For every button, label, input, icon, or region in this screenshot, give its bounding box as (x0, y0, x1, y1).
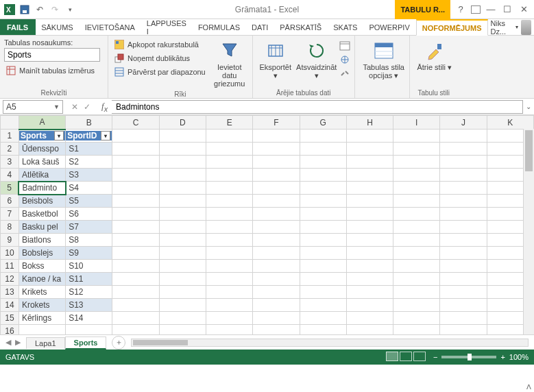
cell[interactable]: S7 (66, 221, 112, 234)
cell[interactable] (393, 325, 440, 335)
cell[interactable]: S4 (66, 182, 112, 195)
cell[interactable]: S9 (66, 247, 112, 260)
zoom-out-icon[interactable]: − (433, 353, 437, 361)
cell[interactable] (253, 169, 300, 182)
cell[interactable] (346, 156, 393, 169)
sheet-nav-prev-icon[interactable]: ◀ (5, 338, 11, 347)
new-sheet-button[interactable]: ＋ (112, 336, 125, 350)
cell[interactable]: Bokss (19, 260, 65, 273)
cell[interactable] (346, 260, 393, 273)
help-icon[interactable]: ? (454, 3, 467, 16)
filter-icon[interactable]: ▾ (101, 131, 110, 140)
collapse-ribbon-icon[interactable]: ᐱ (526, 383, 531, 391)
cell[interactable] (346, 247, 393, 260)
cell[interactable]: Bobslejs (19, 247, 65, 260)
sheet-tab-sports[interactable]: Sports (65, 336, 107, 350)
col-header-J[interactable]: J (440, 116, 487, 130)
cell[interactable] (112, 312, 159, 325)
cell[interactable]: S3 (66, 169, 112, 182)
maximize-icon[interactable]: ☐ (501, 3, 513, 16)
expand-formula-icon[interactable]: ⌄ (523, 103, 534, 110)
resize-table-button[interactable]: Mainīt tabulas izmērus (4, 64, 104, 77)
row-header-12[interactable]: 12 (1, 273, 19, 286)
cell[interactable]: S5 (66, 195, 112, 208)
tab-pagelayout[interactable]: LAPPUSES I (141, 19, 193, 35)
row-header-16[interactable]: 16 (1, 325, 19, 335)
cell[interactable] (346, 130, 393, 143)
qat-dropdown-icon[interactable]: ▾ (63, 3, 77, 16)
tab-formulas[interactable]: FORMULAS (193, 19, 246, 35)
cell[interactable]: Biatlons (19, 234, 65, 247)
cell[interactable] (300, 312, 346, 325)
row-header-10[interactable]: 10 (1, 247, 19, 260)
cell[interactable]: S13 (66, 299, 112, 312)
tab-file[interactable]: FAILS (0, 19, 36, 35)
cell[interactable] (440, 208, 487, 221)
cell[interactable] (393, 260, 440, 273)
cell[interactable] (206, 260, 253, 273)
cell[interactable] (440, 312, 487, 325)
cell[interactable] (393, 221, 440, 234)
row-header-5[interactable]: 5 (1, 182, 19, 195)
cell[interactable] (393, 234, 440, 247)
cell[interactable] (440, 143, 487, 156)
col-header-I[interactable]: I (393, 116, 440, 130)
col-header-F[interactable]: F (253, 116, 300, 130)
undo-icon[interactable]: ↶ (33, 3, 47, 16)
cell[interactable] (346, 312, 393, 325)
zoom-in-icon[interactable]: + (500, 353, 505, 361)
col-header-B[interactable]: B (66, 116, 112, 130)
cell[interactable] (440, 299, 487, 312)
cell[interactable] (393, 312, 440, 325)
redo-icon[interactable]: ↷ (48, 3, 62, 16)
remove-duplicates-button[interactable]: Noņemt dublikātus (112, 52, 207, 64)
tab-data[interactable]: DATI (246, 19, 274, 35)
cell[interactable] (112, 208, 159, 221)
cell[interactable] (206, 208, 253, 221)
cell[interactable] (393, 130, 440, 143)
cell[interactable] (159, 260, 206, 273)
cell[interactable] (159, 208, 206, 221)
row-header-1[interactable]: 1 (1, 130, 19, 143)
col-header-K[interactable]: K (487, 116, 533, 130)
cell[interactable] (253, 312, 300, 325)
cell[interactable] (159, 182, 206, 195)
cell[interactable] (159, 286, 206, 299)
cell[interactable] (346, 208, 393, 221)
cell[interactable] (112, 299, 159, 312)
cell[interactable]: Krikets (19, 286, 65, 299)
cell[interactable] (159, 325, 206, 335)
cell[interactable] (159, 143, 206, 156)
cell[interactable] (440, 195, 487, 208)
table-name-input[interactable] (4, 48, 100, 62)
cell[interactable]: Kanoe / ka (19, 273, 65, 286)
tab-review[interactable]: PĀRSKATĪŠ (274, 19, 328, 35)
col-header-H[interactable]: H (346, 116, 393, 130)
horizontal-scrollbar[interactable] (131, 339, 529, 347)
cell[interactable] (253, 156, 300, 169)
cell[interactable] (346, 234, 393, 247)
cell[interactable] (300, 325, 346, 335)
summarize-pivot-button[interactable]: Apkopot rakurstabulā (112, 38, 207, 51)
cell[interactable] (253, 234, 300, 247)
cell[interactable]: S11 (66, 273, 112, 286)
cell[interactable] (440, 234, 487, 247)
fx-icon[interactable]: fx (97, 101, 112, 113)
cell[interactable] (300, 299, 346, 312)
cell[interactable] (300, 234, 346, 247)
view-buttons[interactable] (385, 352, 426, 363)
cell[interactable] (346, 221, 393, 234)
row-header-3[interactable]: 3 (1, 156, 19, 169)
spreadsheet-grid[interactable]: ABCDEFGHIJK 1Sports▾SportID▾2ŪdensspoS13… (0, 115, 534, 334)
cell[interactable] (393, 195, 440, 208)
sheet-nav-next-icon[interactable]: ▶ (15, 338, 21, 347)
cell[interactable] (346, 299, 393, 312)
unlink-icon[interactable] (339, 69, 350, 81)
cell[interactable] (112, 195, 159, 208)
table-header-sportid[interactable]: SportID▾ (66, 130, 112, 143)
row-header-8[interactable]: 8 (1, 221, 19, 234)
cell[interactable]: Basku pel (19, 221, 65, 234)
tab-insert[interactable]: IEVIETOŠANA (80, 19, 141, 35)
row-header-15[interactable]: 15 (1, 312, 19, 325)
cell[interactable] (112, 169, 159, 182)
